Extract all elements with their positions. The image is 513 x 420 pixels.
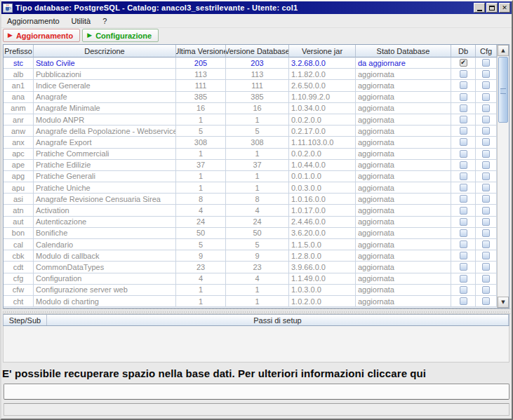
db-checkbox[interactable] xyxy=(460,241,467,248)
column-header-versione-jar[interactable]: Versione jar xyxy=(289,45,356,57)
splitter-handle[interactable] xyxy=(3,309,510,314)
cfg-checkbox[interactable] xyxy=(482,241,490,248)
table-row[interactable]: alb Pubblicazioni 113 113 1.1.82.0.0 agg… xyxy=(4,69,497,80)
cfg-checkbox[interactable] xyxy=(482,127,490,135)
db-checkbox[interactable] xyxy=(460,207,467,215)
cfg-checkbox[interactable] xyxy=(482,275,490,283)
table-row[interactable]: apg Pratiche Generali 1 1 0.0.1.0.0 aggi… xyxy=(4,171,497,182)
cfg-checkbox[interactable] xyxy=(482,184,490,191)
cfg-checkbox[interactable] xyxy=(482,116,490,123)
db-checkbox[interactable] xyxy=(460,172,467,180)
cfg-checkbox[interactable] xyxy=(482,70,490,78)
scrollbar-thumb[interactable] xyxy=(498,57,508,123)
menu-help[interactable]: ? xyxy=(100,15,112,27)
db-checkbox[interactable] xyxy=(460,81,467,89)
cfg-checkbox[interactable] xyxy=(482,252,490,259)
table-row[interactable]: cfg Configuration 4 4 1.1.49.0.0 aggiorn… xyxy=(4,273,497,285)
cell-versione-jar: 0.0.2.0.0 xyxy=(289,149,356,160)
table-row[interactable]: stc Stato Civile 205 203 3.2.68.0.0 da a… xyxy=(4,57,497,69)
table-row[interactable]: ana Anagrafe 385 385 1.10.99.2.0 aggiorn… xyxy=(4,92,497,103)
table-row[interactable]: anw Anagrafe della Popolazione - Webserv… xyxy=(4,126,497,137)
db-checkbox[interactable] xyxy=(460,161,467,169)
table-row[interactable]: atn Activation 4 4 1.0.17.0.0 aggiornata xyxy=(4,205,497,216)
db-checkbox[interactable] xyxy=(460,252,467,259)
cfg-checkbox[interactable] xyxy=(482,59,490,67)
cell-versione-database: 9 xyxy=(226,250,289,262)
table-row[interactable]: ape Pratiche Edilizie 37 37 1.0.44.0.0 a… xyxy=(4,160,497,171)
menu-aggiornamento[interactable]: Aggiornamento xyxy=(5,15,65,27)
db-checkbox[interactable] xyxy=(460,286,467,294)
table-row[interactable]: asi Anagrafe Revisione Censuaria Sirea 8… xyxy=(4,194,497,205)
db-checkbox[interactable] xyxy=(460,150,467,158)
aggiornamento-button[interactable]: ▶ Aggiornamento xyxy=(3,29,80,42)
maximize-button[interactable] xyxy=(486,3,498,13)
recover-space-notice[interactable]: E' possibile recuperare spazio nella bas… xyxy=(1,363,512,384)
column-header-passi-di-setup[interactable]: Passi di setup xyxy=(47,315,509,325)
cfg-checkbox[interactable] xyxy=(482,229,490,237)
table-row[interactable]: cal Calendario 5 5 1.1.5.0.0 aggiornata xyxy=(4,239,497,250)
titlebar[interactable]: Tipo database: PostgreSQL - Catalog: ana… xyxy=(1,1,512,14)
column-header-cfg[interactable]: Cfg xyxy=(476,45,497,57)
db-checkbox[interactable] xyxy=(460,195,467,203)
cfg-checkbox[interactable] xyxy=(482,104,490,112)
db-checkbox[interactable] xyxy=(460,70,467,78)
table-row[interactable]: an1 Indice Generale 111 111 2.6.50.0.0 a… xyxy=(4,80,497,91)
table-row[interactable]: anx Anagrafe Export 308 308 1.11.103.0.0… xyxy=(4,137,497,148)
db-checkbox[interactable] xyxy=(460,116,467,123)
scroll-down-button[interactable]: ▼ xyxy=(498,297,509,308)
table-row[interactable]: cfw Configurazione server web 1 1 1.0.3.… xyxy=(4,285,497,296)
db-checkbox[interactable] xyxy=(460,218,467,226)
minimize-button[interactable] xyxy=(474,3,485,13)
cfg-checkbox[interactable] xyxy=(482,161,490,169)
cfg-checkbox[interactable] xyxy=(482,150,490,158)
table-row[interactable]: cdt CommonDataTypes 23 23 3.9.66.0.0 agg… xyxy=(4,262,497,273)
db-checkbox[interactable] xyxy=(460,104,467,112)
db-checkbox[interactable] xyxy=(460,59,467,67)
cell-versione-jar: 1.0.3.0.0 xyxy=(289,285,356,296)
column-header-versione-database[interactable]: Versione Database xyxy=(226,45,289,57)
column-header-db[interactable]: Db xyxy=(451,45,476,57)
db-checkbox[interactable] xyxy=(460,138,467,146)
cell-descrizione: Anagrafe xyxy=(34,92,176,103)
cell-stato-database: aggiornata xyxy=(356,285,451,296)
cfg-checkbox[interactable] xyxy=(482,195,490,203)
cell-ultima-versione: 205 xyxy=(176,57,226,69)
table-row[interactable]: cbk Modulo di callback 9 9 1.2.8.0.0 agg… xyxy=(4,250,497,262)
vertical-scrollbar[interactable]: ▲ ▼ xyxy=(497,45,509,308)
cfg-checkbox[interactable] xyxy=(482,81,490,89)
close-button[interactable]: ✕ xyxy=(499,3,510,13)
db-checkbox[interactable] xyxy=(460,263,467,271)
menu-utilita[interactable]: Utilità xyxy=(69,15,97,27)
scroll-up-button[interactable]: ▲ xyxy=(498,45,509,56)
db-checkbox[interactable] xyxy=(460,184,467,191)
cfg-checkbox[interactable] xyxy=(482,207,490,215)
db-checkbox[interactable] xyxy=(460,275,467,283)
cell-versione-database: 1 xyxy=(226,296,289,307)
db-checkbox[interactable] xyxy=(460,229,467,237)
cfg-checkbox[interactable] xyxy=(482,93,490,101)
db-checkbox[interactable] xyxy=(460,297,467,305)
table-row[interactable]: aut Autenticazione 24 24 2.4.46.0.0 aggi… xyxy=(4,217,497,228)
cfg-checkbox[interactable] xyxy=(482,263,490,271)
table-row[interactable]: apu Pratiche Uniche 1 1 0.0.3.0.0 aggior… xyxy=(4,182,497,194)
db-checkbox[interactable] xyxy=(460,127,467,135)
db-checkbox[interactable] xyxy=(460,93,467,101)
cfg-checkbox[interactable] xyxy=(482,172,490,180)
configurazione-button[interactable]: ▶ Configurazione xyxy=(82,29,159,42)
cfg-checkbox[interactable] xyxy=(482,286,490,294)
cfg-checkbox[interactable] xyxy=(482,138,490,146)
cell-stato-database: aggiornata xyxy=(356,194,451,205)
cell-descrizione: Configurazione server web xyxy=(34,285,176,296)
cfg-checkbox[interactable] xyxy=(482,297,490,305)
column-header-stato-database[interactable]: Stato Database xyxy=(356,45,451,57)
table-row[interactable]: bon Bonifiche 50 50 3.6.20.0.0 aggiornat… xyxy=(4,228,497,239)
table-row[interactable]: cht Modulo di charting 1 1 1.0.2.0.0 agg… xyxy=(4,296,497,307)
table-row[interactable]: anr Modulo ANPR 1 1 0.0.2.0.0 aggiornata xyxy=(4,114,497,126)
column-header-descrizione[interactable]: Descrizione xyxy=(34,45,176,57)
table-row[interactable]: anm Anagrafe Minimale 16 16 1.0.34.0.0 a… xyxy=(4,103,497,114)
table-row[interactable]: apc Pratiche Commerciali 1 1 0.0.2.0.0 a… xyxy=(4,149,497,160)
column-header-ultima-versione[interactable]: Ultima Versione xyxy=(176,45,226,57)
cfg-checkbox[interactable] xyxy=(482,218,490,226)
column-header-prefisso[interactable]: Prefisso xyxy=(4,45,34,57)
column-header-step-sub[interactable]: Step/Sub xyxy=(4,315,47,325)
